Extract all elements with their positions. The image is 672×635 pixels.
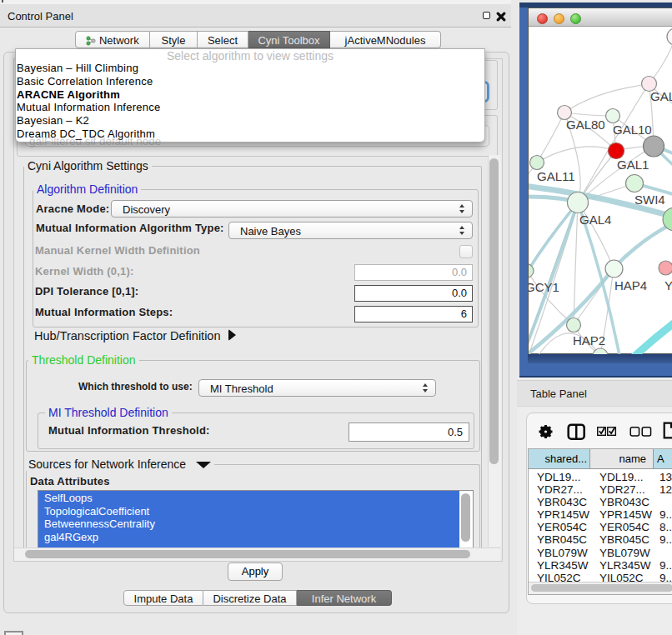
svg-text:HAP4: HAP4 — [614, 278, 647, 292]
svg-text:GCY1: GCY1 — [529, 280, 559, 294]
svg-text:SWI4: SWI4 — [634, 192, 665, 207]
svg-text:HAP2: HAP2 — [573, 333, 605, 348]
svg-text:GAL1: GAL1 — [617, 158, 649, 172]
svg-text:YM: YM — [664, 278, 672, 292]
svg-text:GAL11: GAL11 — [537, 169, 575, 183]
svg-text:GAL4: GAL4 — [579, 212, 611, 227]
svg-text:GAL: GAL — [650, 89, 672, 103]
svg-text:GAL80: GAL80 — [566, 118, 605, 132]
svg-text:GAL10: GAL10 — [613, 122, 652, 137]
